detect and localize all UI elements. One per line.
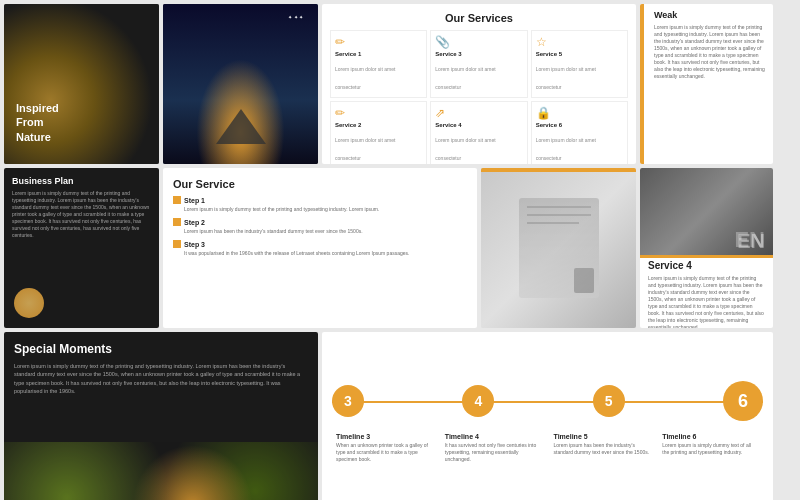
service4-icon: ⇗ [435,106,522,120]
inspired-content: Inspired From Nature [16,101,59,144]
slide-writing-person [481,168,636,328]
timeline-circle-5: 5 [593,385,625,417]
step-2: Step 2 Lorem ipsum has been the industry… [173,218,467,235]
slide-our-services: Our Services ✏ Service 1 Lorem ipsum dol… [322,4,636,164]
step-1: Step 1 Lorem ipsum is simply dummy text … [173,196,467,213]
service-item-6: 🔒 Service 6 Lorem ipsum dolor sit amet c… [531,101,628,164]
service1-label: Service 1 [335,51,422,57]
timeline5-desc: Lorem ipsum has been the industry's stan… [554,442,651,456]
person-figure [574,268,594,293]
service3-label: Service 3 [435,51,522,57]
timeline-circle4-number: 4 [474,393,482,409]
service3-desc: Lorem ipsum dolor sit amet consectetur [435,66,495,90]
step3-dot [173,240,181,248]
service4-orange-line [640,255,773,258]
weak-body: Lorem ipsum is simply dummy text of the … [654,24,767,80]
timeline4-desc: It has survived not only five centuries … [445,442,542,463]
stars-decoration: ✦ ✦ ✦ [288,14,303,20]
service4-desc: Lorem ipsum dolor sit amet consectetur [435,137,495,161]
timeline5-label: Timeline 5 [554,433,651,440]
timeline-circle-4: 4 [462,385,494,417]
step3-desc: It was popularised in the 1960s with the… [173,250,467,257]
service2-label: Service 2 [335,122,422,128]
service-item-5: ☆ Service 5 Lorem ipsum dolor sit amet c… [531,30,628,98]
timeline3-label: Timeline 3 [336,433,433,440]
weak-orange-bar [640,4,644,164]
writing-board [519,198,599,298]
business-orange-dot [14,288,44,318]
timeline-connector-line [332,401,763,403]
timeline-circle-3: 3 [332,385,364,417]
slide-grid: Inspired From Nature ✦ ✦ ✦ Our Services … [0,0,800,500]
special-body: Lorem ipsum is simply dummy text of the … [14,362,308,395]
service1-icon: ✏ [335,35,422,49]
weak-heading: Weak [654,10,767,20]
service4-image: EN [640,168,773,258]
slide-weak: Weak Lorem ipsum is simply dummy text of… [640,4,773,164]
inspired-title-line3: Nature [16,130,59,144]
board-line2 [527,214,591,216]
weak-content: Weak Lorem ipsum is simply dummy text of… [646,10,767,80]
service2-desc: Lorem ipsum dolor sit amet consectetur [335,137,395,161]
slide-our-service-steps: Our Service Step 1 Lorem ipsum is simply… [163,168,477,328]
timeline-circle5-number: 5 [605,393,613,409]
timeline-circle3-number: 3 [344,393,352,409]
slide-camping: ✦ ✦ ✦ [163,4,318,164]
service2-icon: ✏ [335,106,422,120]
step1-label: Step 1 [184,197,205,204]
timeline-circle-6: 6 [723,381,763,421]
step1-dot [173,196,181,204]
timeline-items-row: Timeline 3 When an unknown printer took … [332,433,763,463]
slide-timeline: 3 4 5 6 Timeline 3 When an unknown print… [322,332,773,500]
business-body: Lorem ipsum is simply dummy text of the … [12,190,151,239]
service5-label: Service 5 [536,51,623,57]
service-item-1: ✏ Service 1 Lorem ipsum dolor sit amet c… [330,30,427,98]
step-3: Step 3 It was popularised in the 1960s w… [173,240,467,257]
timeline6-label: Timeline 6 [662,433,759,440]
timeline-item-5: Timeline 5 Lorem ipsum has been the indu… [550,433,655,463]
step3-title: Step 3 [173,240,467,248]
board-line1 [527,206,591,208]
service6-desc: Lorem ipsum dolor sit amet consectetur [536,137,596,161]
service4-label: Service 4 [435,122,522,128]
service4-body: Lorem ipsum is simply dummy text of the … [648,275,765,328]
timeline-item-6: Timeline 6 Lorem ipsum is simply dummy t… [658,433,763,463]
service6-icon: 🔒 [536,106,623,120]
special-flowers-bg [4,442,318,500]
step1-title: Step 1 [173,196,467,204]
step2-title: Step 2 [173,218,467,226]
slide-business-plan: Business Plan Lorem ipsum is simply dumm… [4,168,159,328]
service-item-4: ⇗ Service 4 Lorem ipsum dolor sit amet c… [430,101,527,164]
timeline3-desc: When an unknown printer took a galley of… [336,442,433,463]
step3-label: Step 3 [184,241,205,248]
ourservice-heading: Our Service [173,178,467,190]
services-heading: Our Services [330,12,628,24]
service5-icon: ☆ [536,35,623,49]
timeline-item-3: Timeline 3 When an unknown printer took … [332,433,437,463]
slide-special-moments: Special Moments Lorem ipsum is simply du… [4,332,318,500]
services-grid: ✏ Service 1 Lorem ipsum dolor sit amet c… [330,30,628,152]
service1-desc: Lorem ipsum dolor sit amet consectetur [335,66,395,90]
service4-content: Service 4 Lorem ipsum is simply dummy te… [648,260,765,328]
slide-inspired-nature: Inspired From Nature [4,4,159,164]
business-heading: Business Plan [12,176,151,186]
service4-heading: Service 4 [648,260,765,271]
timeline-circle6-number: 6 [738,391,748,412]
timeline4-label: Timeline 4 [445,433,542,440]
service6-label: Service 6 [536,122,623,128]
service-item-3: 📎 Service 3 Lorem ipsum dolor sit amet c… [430,30,527,98]
service4-image-text: EN [737,230,765,253]
service-item-2: ✏ Service 2 Lorem ipsum dolor sit amet c… [330,101,427,164]
slide-service4-detail: EN Service 4 Lorem ipsum is simply dummy… [640,168,773,328]
special-heading: Special Moments [14,342,308,356]
writing-content [481,168,636,328]
board-line3 [527,222,579,224]
service3-icon: 📎 [435,35,522,49]
step2-label: Step 2 [184,219,205,226]
tent-shape [216,109,266,144]
timeline-item-4: Timeline 4 It has survived not only five… [441,433,546,463]
timeline-circles-row: 3 4 5 6 [332,381,763,421]
inspired-title-line1: Inspired [16,101,59,115]
inspired-title-line2: From [16,115,59,129]
timeline6-desc: Lorem ipsum is simply dummy text of all … [662,442,759,456]
